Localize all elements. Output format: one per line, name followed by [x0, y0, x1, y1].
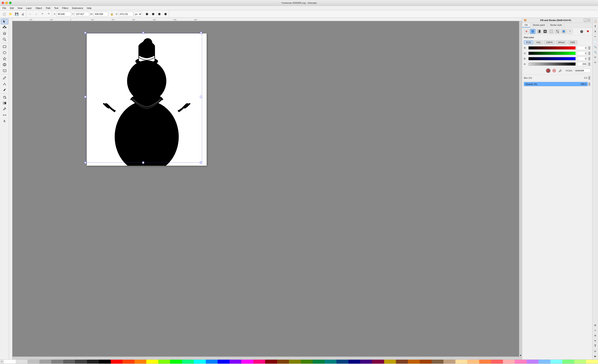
swatch-rust[interactable]: [420, 360, 432, 364]
calligraphy-tool-btn[interactable]: [1, 87, 8, 93]
b-down[interactable]: ▼: [588, 59, 590, 60]
rotate-ccw-btn[interactable]: ↶: [40, 11, 45, 17]
r-slider[interactable]: [528, 46, 576, 50]
minimize-button[interactable]: [5, 2, 8, 4]
menu-extensions[interactable]: Extensions: [70, 6, 85, 10]
fr-btn-layers[interactable]: 🗂: [593, 348, 598, 354]
color-circle-btn[interactable]: [552, 68, 557, 73]
r-down[interactable]: ▼: [588, 48, 590, 50]
fr-btn-grid[interactable]: ⊞: [593, 323, 598, 328]
fr-btn-text[interactable]: T: [593, 343, 598, 348]
cms-tab[interactable]: CMS: [568, 40, 577, 44]
swatch-pink-light[interactable]: [503, 360, 515, 364]
h-input[interactable]: [119, 12, 133, 16]
menu-help[interactable]: Help: [85, 6, 93, 10]
g-down[interactable]: ▼: [588, 53, 590, 55]
swatch-spring-green[interactable]: [182, 360, 194, 364]
g-slider[interactable]: [528, 52, 576, 55]
swatch-gray4[interactable]: [63, 360, 75, 364]
swatch-light-yellow[interactable]: [586, 360, 598, 364]
swatch-white[interactable]: [4, 360, 16, 364]
close-button[interactable]: [2, 2, 4, 4]
gradient-tool-btn[interactable]: [1, 100, 8, 106]
swatch-olive[interactable]: [289, 360, 301, 364]
opacity-bar[interactable]: Opacity (%) 100.0: [524, 82, 588, 86]
swatch-burnt[interactable]: [408, 360, 420, 364]
maximize-button[interactable]: [9, 2, 12, 4]
fr-btn-6[interactable]: 🔍: [593, 44, 598, 49]
menu-edit[interactable]: Edit: [8, 6, 16, 10]
b-up[interactable]: ▲: [588, 57, 590, 59]
fr-btn-7[interactable]: 🔍: [593, 50, 598, 55]
pen-tool-btn[interactable]: [1, 81, 8, 87]
align-right-btn[interactable]: ⬤: [157, 11, 162, 17]
handle-ml[interactable]: [84, 96, 86, 98]
swatch-indigo[interactable]: [360, 360, 372, 364]
fr-btn-chevron[interactable]: ▶: [593, 354, 598, 359]
horizontal-scrollbar[interactable]: [12, 356, 522, 359]
swatch-wheat[interactable]: [443, 360, 456, 364]
g-up[interactable]: ▲: [588, 51, 590, 53]
pattern-btn[interactable]: [555, 29, 560, 34]
print-btn[interactable]: 🖨: [20, 11, 26, 17]
swatch-cyan[interactable]: [194, 360, 206, 364]
menu-text[interactable]: Text: [52, 6, 60, 10]
opacity-up[interactable]: ▲: [588, 82, 590, 84]
3dbox-tool-btn[interactable]: [1, 62, 8, 67]
swatch-purple[interactable]: [372, 360, 384, 364]
blur-up[interactable]: ▲: [588, 76, 590, 78]
menu-filters[interactable]: Filters: [60, 6, 70, 10]
swatch-btn[interactable]: [561, 29, 566, 34]
swatch-lavender[interactable]: [527, 360, 539, 364]
flat-color-btn[interactable]: [530, 29, 535, 34]
swatch-magenta[interactable]: [241, 360, 253, 364]
fr-btn-9[interactable]: ⟳: [593, 60, 598, 65]
opacity-down[interactable]: ▼: [588, 84, 590, 86]
paint-btn-heart[interactable]: [585, 29, 590, 34]
panel-minimize-btn[interactable]: _: [583, 19, 587, 22]
save-btn[interactable]: 💾: [14, 11, 19, 17]
panel-close-btn[interactable]: ×: [587, 19, 590, 22]
new-file-btn[interactable]: ⬜: [1, 11, 7, 17]
canvas-background[interactable]: [12, 21, 522, 356]
y-input[interactable]: [75, 12, 89, 16]
swatch-mint[interactable]: [562, 360, 574, 364]
w-input[interactable]: [94, 12, 108, 16]
zoom-tool-btn[interactable]: [1, 37, 8, 42]
swatch-teal[interactable]: [325, 360, 337, 364]
swatch-lgray[interactable]: [16, 360, 28, 364]
menu-file[interactable]: File: [1, 6, 8, 10]
swatch-yellow-green[interactable]: [158, 360, 170, 364]
swatch-tan[interactable]: [432, 360, 444, 364]
rgba-input[interactable]: [574, 69, 590, 73]
swatch-rose[interactable]: [253, 360, 265, 364]
fr-btn-4[interactable]: ✂: [593, 34, 598, 39]
swatch-red[interactable]: [111, 360, 123, 364]
swatch-gold[interactable]: [384, 360, 396, 364]
fr-btn-arrow[interactable]: ➤: [593, 338, 598, 343]
swatch-green[interactable]: [170, 360, 182, 364]
open-btn[interactable]: 📁: [8, 11, 13, 17]
a-input[interactable]: [577, 62, 587, 66]
window-controls[interactable]: [2, 2, 12, 4]
fr-btn-3[interactable]: ⬇: [593, 29, 598, 34]
swatch-navy[interactable]: [336, 360, 348, 364]
swatch-brown[interactable]: [277, 360, 289, 364]
fr-btn-2[interactable]: ⬆: [593, 24, 598, 29]
r-input[interactable]: [577, 46, 587, 50]
blur-down[interactable]: ▼: [588, 78, 590, 80]
rgb-tab[interactable]: RGB: [524, 40, 533, 44]
b-spinner[interactable]: ▲ ▼: [588, 57, 590, 60]
vertical-scrollbar[interactable]: ▼: [519, 21, 522, 356]
eyedropper-small-btn[interactable]: [558, 68, 563, 73]
fr-btn-1[interactable]: 📋: [593, 19, 598, 24]
swatch-black[interactable]: [99, 360, 111, 364]
paint-btn-shield[interactable]: [579, 29, 584, 34]
align-left-btn[interactable]: ⬤: [144, 11, 150, 17]
swatch-apricot[interactable]: [467, 360, 479, 364]
no-paint-btn[interactable]: ✕: [524, 29, 529, 34]
select-tool-btn[interactable]: [1, 19, 8, 24]
flip-h-btn[interactable]: ↔: [27, 11, 33, 17]
text-tool-btn[interactable]: A: [1, 118, 8, 124]
unit-select[interactable]: px mm cm in: [134, 12, 142, 16]
